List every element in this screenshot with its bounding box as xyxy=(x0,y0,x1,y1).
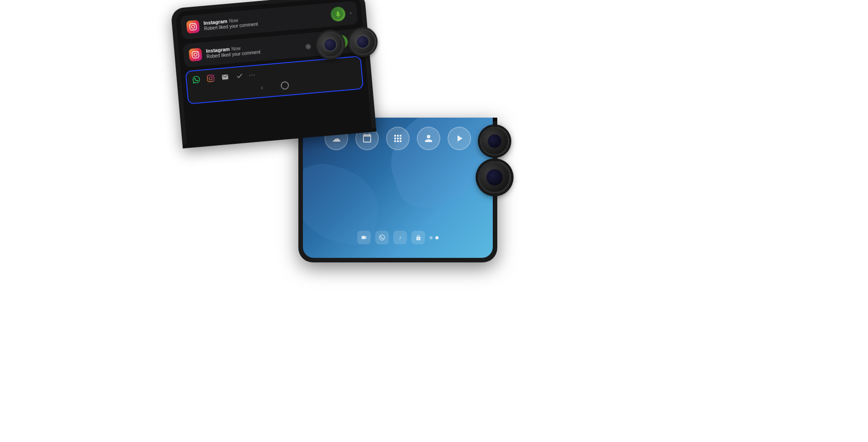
whatsapp-qa-icon[interactable] xyxy=(191,74,202,85)
camera-lens-1 xyxy=(316,30,344,59)
page-dot-1 xyxy=(429,236,433,239)
calendar-svg xyxy=(362,133,373,144)
instagram-svg-2 xyxy=(192,51,199,58)
front-camera-lens-2 xyxy=(478,161,511,194)
contacts-app-icon[interactable] xyxy=(417,127,440,150)
home-button[interactable] xyxy=(281,81,290,90)
bottom-app-bar: ♪ xyxy=(303,231,493,244)
instagram-qa-icon[interactable] xyxy=(205,73,216,84)
tree-svg-1 xyxy=(333,9,344,19)
flip-phone-front: ☁ xyxy=(298,118,497,262)
lock-mini-icon[interactable] xyxy=(411,231,425,244)
front-camera-lens-1 xyxy=(480,127,509,156)
svg-point-2 xyxy=(379,235,385,240)
page-dot-2 xyxy=(435,236,439,239)
video-call-mini-icon[interactable] xyxy=(357,231,371,244)
avatar-1 xyxy=(330,6,346,22)
email-qa-icon[interactable] xyxy=(220,71,231,82)
notif-time-2: Now xyxy=(231,46,241,52)
notif-time-1: Now xyxy=(229,18,238,24)
front-camera-area xyxy=(478,127,511,194)
instagram-qa-svg xyxy=(207,75,214,82)
camera-bump-area xyxy=(303,18,379,70)
apps-grid-icon[interactable] xyxy=(386,127,410,150)
whatsapp-svg xyxy=(193,76,200,83)
play-app-icon[interactable] xyxy=(448,127,471,150)
chevron-icon-1: › xyxy=(349,10,352,16)
tasks-qa-icon[interactable] xyxy=(234,71,245,81)
play-svg xyxy=(454,133,465,144)
tiktok-mini-icon[interactable]: ♪ xyxy=(393,231,407,244)
camera-lens-2 xyxy=(349,28,377,56)
video-svg xyxy=(361,234,367,241)
tasks-svg xyxy=(236,72,243,80)
flip-phone-back: Instagram Now Robert liked your comment … xyxy=(170,0,376,148)
led-dot xyxy=(305,44,311,50)
contacts-svg xyxy=(423,133,434,144)
email-svg xyxy=(221,73,229,81)
instagram-icon-1 xyxy=(186,20,200,33)
page-indicator xyxy=(429,236,439,239)
whatsapp-mini-icon[interactable] xyxy=(375,231,389,244)
instagram-icon-2 xyxy=(189,48,202,62)
more-options-icon[interactable]: ··· xyxy=(249,71,256,79)
grid-svg xyxy=(392,133,403,144)
main-screen: ☁ xyxy=(303,118,493,258)
lock-svg xyxy=(415,235,421,241)
back-button[interactable]: ‹ xyxy=(260,84,263,91)
wa-svg xyxy=(379,234,385,241)
instagram-svg-1 xyxy=(189,23,197,30)
